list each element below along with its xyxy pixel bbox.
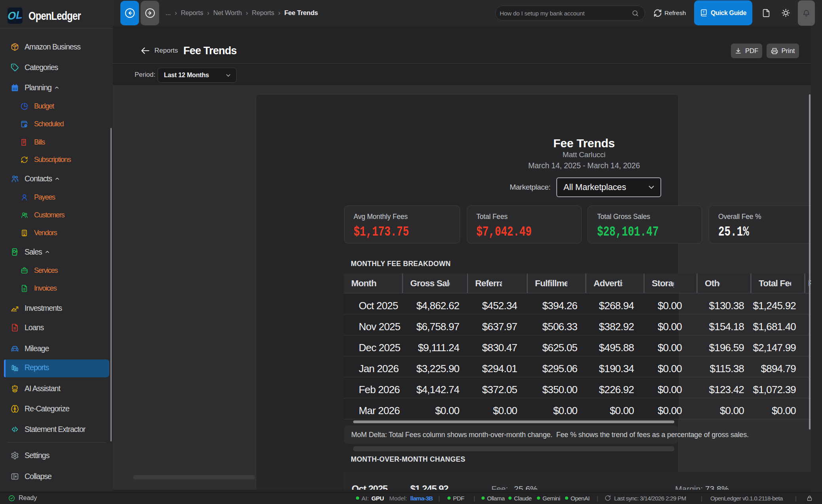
svg-text:OL: OL [8,8,22,22]
svg-text:?: ? [702,10,704,14]
